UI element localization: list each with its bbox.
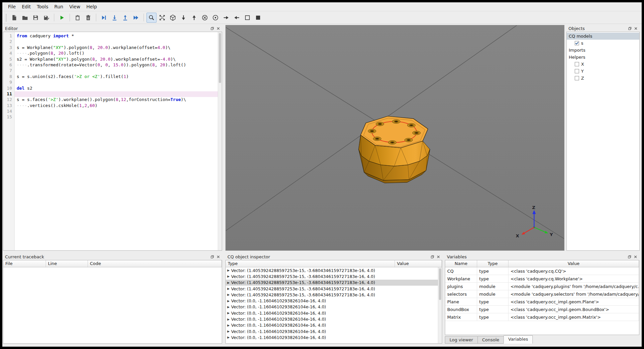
unchecked-checkbox[interactable] [575, 69, 579, 73]
variable-row-selectors[interactable]: selectorsmodule<module 'cadquery.selecto… [445, 290, 639, 298]
expand-arrow-icon[interactable]: ▶ [226, 293, 231, 296]
column-header-name[interactable]: Name [445, 260, 477, 267]
inspector-row[interactable]: ▶Vector: (1.4053924288597253e-15, -3.680… [226, 292, 438, 298]
open-button[interactable] [20, 13, 30, 23]
menu-help[interactable]: Help [83, 3, 100, 11]
column-header-file[interactable]: File [3, 260, 46, 267]
continue-button[interactable] [131, 13, 141, 23]
back-view-button[interactable] [210, 13, 220, 23]
menu-run[interactable]: Run [51, 3, 66, 11]
variable-row-matrix[interactable]: Matrixtype<class 'cadquery.occ_impl.geom… [445, 313, 639, 321]
inspector-row[interactable]: ▶Vector: (0.0, -1.1604610293826104e-16, … [226, 322, 438, 328]
close-panel-button[interactable] [633, 26, 638, 31]
paste-button[interactable] [73, 13, 83, 23]
column-header-value[interactable]: Value [508, 260, 639, 267]
step-button[interactable] [99, 13, 109, 23]
fit-all-button[interactable] [157, 13, 167, 23]
close-panel-button[interactable] [216, 26, 221, 31]
undock-panel-button[interactable] [210, 254, 215, 259]
zoom-fit-button[interactable] [147, 13, 157, 23]
expand-arrow-icon[interactable]: ▶ [226, 281, 231, 284]
undock-panel-button[interactable] [627, 26, 632, 31]
tree-item-helpers[interactable]: Helpers [567, 54, 639, 61]
tree-item-cq-models[interactable]: CQ models [567, 33, 639, 40]
step-out-button[interactable] [120, 13, 130, 23]
toolbar-separator [144, 14, 144, 21]
expand-arrow-icon[interactable]: ▶ [226, 318, 231, 321]
expand-arrow-icon[interactable]: ▶ [226, 336, 231, 339]
save-button[interactable] [31, 13, 41, 23]
tree-item-z[interactable]: Z [567, 75, 639, 82]
variable-row-cq[interactable]: CQtype<class 'cadquery.cq.CQ'> [445, 267, 639, 275]
code-editor[interactable]: from cadquery import *s = Workplane("XY"… [15, 32, 218, 250]
tree-item-s[interactable]: s [567, 40, 639, 47]
variable-row-plane[interactable]: Planetype<class 'cadquery.occ_impl.geom.… [445, 298, 639, 306]
unchecked-checkbox[interactable] [575, 62, 579, 66]
menu-view[interactable]: View [66, 3, 83, 11]
expand-arrow-icon[interactable]: ▶ [226, 330, 231, 333]
shaded-button[interactable] [253, 13, 263, 23]
inspector-row[interactable]: ▶Vector: (0.0, -1.1604610293826104e-16, … [226, 316, 438, 322]
editor-scrollbar[interactable] [218, 32, 222, 250]
front-view-button[interactable] [200, 13, 210, 23]
column-header-type[interactable]: Type [477, 260, 508, 267]
delete-button[interactable] [83, 13, 93, 23]
inspector-row[interactable]: ▶Vector: (1.4053924288597253e-15, -3.680… [226, 273, 438, 279]
inspector-row[interactable]: ▶Vector: (0.0, -1.1604610293826104e-16, … [226, 298, 438, 304]
tree-item-y[interactable]: Y [567, 68, 639, 75]
inspector-row[interactable]: ▶Vector: (1.4053924288597253e-15, -3.680… [226, 280, 438, 286]
inspector-row[interactable]: ▶Vector: (0.0, -1.1604610293826104e-16, … [226, 304, 438, 310]
tab-console[interactable]: Console [478, 336, 504, 344]
bottom-view-button[interactable] [189, 13, 199, 23]
close-panel-button[interactable] [633, 254, 638, 259]
column-header-type[interactable]: Type [226, 260, 395, 267]
expand-arrow-icon[interactable]: ▶ [226, 299, 231, 303]
inspector-row[interactable]: ▶Vector: (0.0, -1.1604610293826104e-16, … [226, 334, 438, 340]
tab-log-viewer[interactable]: Log viewer [445, 336, 478, 344]
tree-item-label: s [581, 41, 583, 46]
menu-edit[interactable]: Edit [19, 3, 34, 11]
checked-checkbox[interactable] [575, 41, 579, 45]
tab-variables[interactable]: Variables [503, 335, 532, 344]
column-header-line[interactable]: Line [46, 260, 88, 267]
iso-view-button[interactable] [168, 13, 178, 23]
left-view-button[interactable] [232, 13, 242, 23]
toolbar-grip[interactable] [6, 14, 7, 21]
tree-item-x[interactable]: X [567, 61, 639, 68]
expand-arrow-icon[interactable]: ▶ [226, 275, 231, 278]
menu-file[interactable]: File [5, 3, 19, 11]
variable-row-plugins[interactable]: pluginsmodule<module 'cadquery.plugins' … [445, 283, 639, 290]
unchecked-checkbox[interactable] [575, 76, 579, 80]
inspector-row[interactable]: ▶Vector: (0.0, -1.1604610293826104e-16, … [226, 328, 438, 334]
menu-bar: FileEditToolsRunViewHelp [2, 2, 642, 11]
variable-row-workplane[interactable]: Workplanetype<class 'cadquery.cq.Workpla… [445, 275, 639, 283]
expand-arrow-icon[interactable]: ▶ [226, 269, 231, 272]
inspector-row-type: Vector: (0.0, -1.1604610293826104e-16, 4… [231, 329, 326, 334]
close-panel-button[interactable] [436, 254, 441, 259]
inspector-row[interactable]: ▶Vector: (1.4053924288597253e-15, -3.680… [226, 267, 438, 273]
viewport-canvas[interactable]: ZXY [226, 25, 564, 250]
wireframe-button[interactable] [242, 13, 252, 23]
expand-arrow-icon[interactable]: ▶ [226, 311, 231, 315]
top-view-button[interactable] [178, 13, 188, 23]
expand-arrow-icon[interactable]: ▶ [226, 287, 231, 290]
expand-arrow-icon[interactable]: ▶ [226, 305, 231, 309]
close-panel-button[interactable] [216, 254, 221, 259]
variable-row-boundbox[interactable]: BoundBoxtype<class 'cadquery.occ_impl.ge… [445, 306, 639, 313]
save-as-button[interactable] [41, 13, 51, 23]
right-view-button[interactable] [221, 13, 231, 23]
undock-panel-button[interactable] [210, 26, 215, 31]
inspector-scrollbar[interactable] [438, 267, 442, 343]
render-button[interactable] [57, 13, 67, 23]
inspector-row[interactable]: ▶Vector: (1.4053924288597253e-15, -3.680… [226, 286, 438, 292]
inspector-row[interactable]: ▶Vector: (0.0, -1.1604610293826104e-16, … [226, 310, 438, 316]
expand-arrow-icon[interactable]: ▶ [226, 324, 231, 327]
tree-item-imports[interactable]: Imports [567, 47, 639, 54]
undock-panel-button[interactable] [627, 254, 632, 259]
new-file-button[interactable] [9, 13, 19, 23]
undock-panel-button[interactable] [430, 254, 435, 259]
step-in-button[interactable] [110, 13, 120, 23]
column-header-value[interactable]: Value [395, 260, 442, 267]
menu-tools[interactable]: Tools [34, 3, 52, 11]
column-header-code[interactable]: Code [88, 260, 222, 267]
